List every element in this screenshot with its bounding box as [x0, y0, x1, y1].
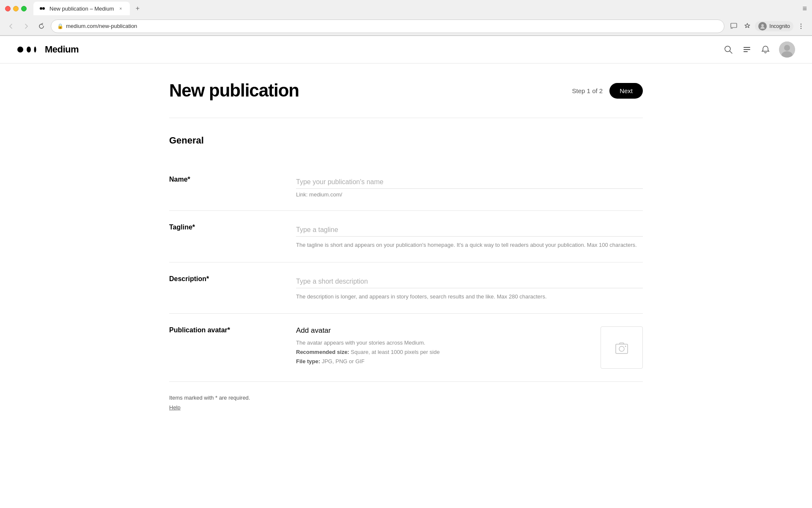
description-input[interactable] [296, 275, 643, 288]
svg-point-0 [40, 7, 42, 10]
description-label-col: Description* [169, 275, 279, 283]
browser-toolbar: 🔒 medium.com/new-publication [0, 17, 812, 36]
tab-close-button[interactable]: × [117, 5, 124, 12]
tab-title: New publication – Medium [49, 6, 114, 12]
avatar-recommended-label: Recommended size: [296, 349, 349, 355]
address-bar[interactable]: 🔒 medium.com/new-publication [51, 19, 724, 33]
browser-titlebar: New publication – Medium × + ≡ [0, 0, 812, 17]
new-tab-button[interactable]: + [132, 3, 143, 14]
avatar-hints: The avatar appears with your stories acr… [296, 338, 592, 366]
site-header: Medium [0, 36, 812, 64]
section-divider [169, 118, 643, 118]
browser-menu-icon[interactable] [795, 20, 807, 32]
page-header: New publication Step 1 of 2 Next [169, 64, 643, 101]
svg-point-20 [619, 346, 624, 351]
tab-favicon [39, 5, 46, 12]
avatar-field-row: Publication avatar* Add avatar The avata… [169, 314, 643, 382]
name-field-row: Name* Link: medium.com/ [169, 163, 643, 211]
svg-point-5 [801, 23, 801, 24]
svg-line-12 [730, 51, 732, 54]
search-icon[interactable] [723, 44, 733, 55]
svg-rect-19 [616, 344, 628, 353]
security-lock-icon: 🔒 [57, 23, 63, 29]
incognito-badge: Incognito [755, 21, 793, 31]
avatar-recommended-value: Square, at least 1000 pixels per side [351, 349, 439, 355]
tagline-input[interactable] [296, 224, 643, 237]
bookmark-star-icon[interactable] [741, 20, 753, 32]
avatar-text-col: Add avatar The avatar appears with your … [296, 326, 592, 366]
svg-point-7 [801, 28, 801, 28]
publication-form: Name* Link: medium.com/ Tagline* The tag… [169, 163, 643, 382]
name-label-col: Name* [169, 176, 279, 183]
description-field-row: Description* The description is longer, … [169, 262, 643, 314]
svg-rect-2 [731, 23, 737, 28]
page-content: New publication Step 1 of 2 Next General… [152, 64, 660, 424]
svg-point-4 [761, 24, 764, 27]
notifications-icon[interactable] [760, 44, 771, 55]
next-button[interactable]: Next [609, 83, 643, 99]
tagline-label-col: Tagline* [169, 224, 279, 231]
page-title: New publication [169, 80, 299, 101]
step-navigation: Step 1 of 2 Next [572, 83, 643, 99]
avatar-row: Add avatar The avatar appears with your … [296, 326, 643, 369]
form-footer: Items marked with * are required. Help [169, 382, 643, 424]
description-hint: The description is longer, and appears i… [296, 293, 643, 301]
avatar-filetype-value: JPG, PNG or GIF [322, 358, 365, 364]
browser-tabs: New publication – Medium × + [33, 2, 799, 15]
help-link[interactable]: Help [169, 404, 181, 411]
medium-wordmark: Medium [45, 44, 79, 55]
lists-icon[interactable] [742, 44, 752, 55]
url-text: medium.com/new-publication [66, 23, 718, 29]
browser-chrome: New publication – Medium × + ≡ 🔒 m [0, 0, 812, 36]
incognito-label: Incognito [769, 23, 790, 29]
cast-icon[interactable] [728, 20, 740, 32]
svg-rect-13 [743, 47, 750, 48]
required-note: Items marked with * are required. [169, 395, 643, 401]
svg-point-17 [784, 45, 790, 51]
svg-point-21 [625, 346, 626, 347]
back-button[interactable] [5, 20, 17, 32]
maximize-window-button[interactable] [21, 6, 27, 11]
avatar-hint-line1: The avatar appears with your stories acr… [296, 340, 425, 346]
medium-logo[interactable]: Medium [17, 44, 79, 55]
svg-point-6 [801, 25, 801, 26]
avatar-add-label: Add avatar [296, 326, 592, 335]
description-field-col: The description is longer, and appears i… [296, 275, 643, 301]
active-tab[interactable]: New publication – Medium × [33, 2, 130, 15]
svg-point-8 [17, 47, 23, 52]
svg-rect-14 [743, 49, 750, 50]
svg-rect-15 [743, 51, 748, 52]
refresh-button[interactable] [36, 20, 47, 32]
forward-button[interactable] [20, 20, 32, 32]
tagline-field-row: Tagline* The tagline is short and appear… [169, 211, 643, 262]
avatar-label-col: Publication avatar* [169, 326, 279, 334]
minimize-window-button[interactable] [13, 6, 19, 11]
toolbar-icons: Incognito [728, 20, 807, 32]
name-link-hint: Link: medium.com/ [296, 191, 643, 198]
svg-point-10 [34, 47, 36, 52]
svg-point-9 [27, 47, 31, 52]
avatar-field-col: Add avatar The avatar appears with your … [296, 326, 643, 369]
tagline-hint: The tagline is short and appears on your… [296, 241, 643, 249]
tagline-field-col: The tagline is short and appears on your… [296, 224, 643, 249]
name-label: Name* [169, 176, 190, 183]
tagline-label: Tagline* [169, 224, 195, 231]
general-section-title: General [169, 135, 643, 146]
name-field-col: Link: medium.com/ [296, 176, 643, 198]
avatar-label: Publication avatar* [169, 326, 230, 334]
traffic-lights [5, 6, 27, 11]
name-input[interactable] [296, 176, 643, 189]
description-label: Description* [169, 275, 209, 282]
avatar-filetype-label: File type: [296, 358, 320, 364]
avatar-upload-button[interactable] [601, 326, 643, 369]
header-actions [723, 41, 795, 58]
incognito-icon [758, 22, 767, 30]
close-window-button[interactable] [5, 6, 11, 11]
step-label: Step 1 of 2 [572, 87, 603, 94]
user-avatar[interactable] [779, 41, 795, 58]
browser-end-controls: ≡ [802, 4, 807, 13]
